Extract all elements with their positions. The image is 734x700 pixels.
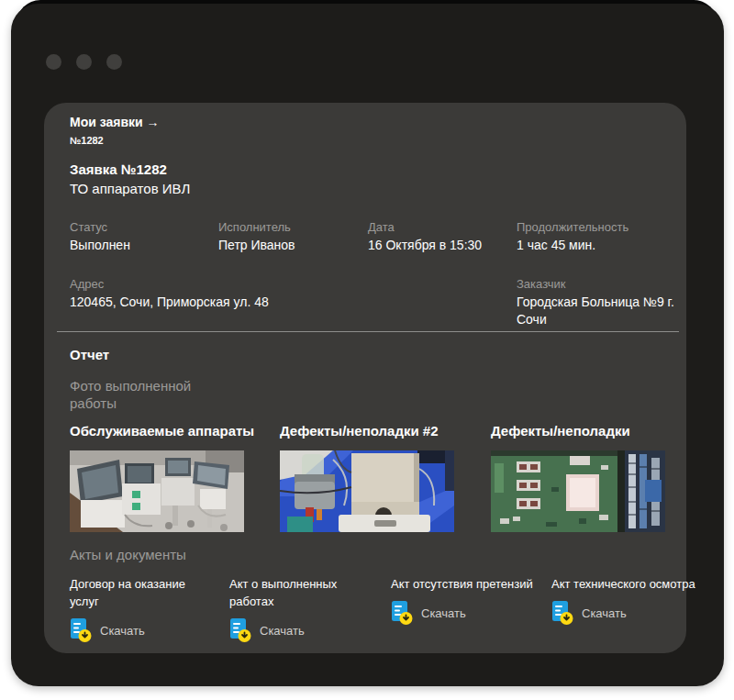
download-link[interactable]: Скачать xyxy=(229,617,374,643)
section-divider xyxy=(57,331,679,332)
photo-figure: Обслуживаемые аппараты xyxy=(70,422,244,532)
duration-value: 1 час 45 мин. xyxy=(517,237,628,254)
download-label: Скачать xyxy=(421,606,466,620)
page-subtitle: ТО аппаратов ИВЛ xyxy=(70,179,190,198)
field-address: Адрес 120465, Сочи, Приморская ул. 48 xyxy=(70,276,269,311)
window-dot-icon[interactable] xyxy=(46,54,61,70)
photo-figure: Дефекты/неполадки #2 xyxy=(280,422,454,532)
report-heading: Отчет xyxy=(70,346,109,364)
status-value: Выполнен xyxy=(70,237,130,254)
document-download-icon xyxy=(391,600,413,626)
executor-value: Петр Иванов xyxy=(218,237,295,254)
document-title: Акт технического осмотра xyxy=(551,575,696,593)
document-item: Акт отсутствия претензий Скачать xyxy=(391,575,536,626)
browser-window: Мои заявки → №1282 Заявка №1282 ТО аппар… xyxy=(11,4,724,686)
field-status: Статус Выполнен xyxy=(70,219,130,254)
field-label: Дата xyxy=(368,219,482,236)
field-duration: Продолжительность 1 час 45 мин. xyxy=(517,219,628,254)
window-dot-icon[interactable] xyxy=(76,54,92,70)
request-card: Мои заявки → №1282 Заявка №1282 ТО аппар… xyxy=(44,103,686,653)
date-value: 16 Октября в 15:30 xyxy=(368,237,482,254)
document-item: Договор на оказание услуг Скачать xyxy=(70,575,215,643)
photos-section-label: Фото выполненной работы xyxy=(70,377,221,412)
field-label: Заказчик xyxy=(517,276,684,293)
photo-caption: Обслуживаемые аппараты xyxy=(70,422,244,440)
download-link[interactable]: Скачать xyxy=(391,600,536,626)
download-link[interactable]: Скачать xyxy=(70,617,215,643)
ventilator-machines-photo[interactable] xyxy=(70,450,244,532)
field-customer: Заказчик Городская Больница №9 г. Сочи xyxy=(517,276,684,328)
window-controls xyxy=(46,54,122,70)
breadcrumb-request-number: №1282 xyxy=(70,134,160,147)
green-circuit-board-photo[interactable] xyxy=(491,450,665,532)
field-label: Адрес xyxy=(70,276,269,293)
document-title: Договор на оказание услуг xyxy=(70,575,215,610)
document-title: Акт о выполненных работах xyxy=(229,575,374,610)
photo-caption: Дефекты/неполадки xyxy=(491,422,665,440)
document-item: Акт о выполненных работах Скачать xyxy=(229,575,374,643)
address-value: 120465, Сочи, Приморская ул. 48 xyxy=(70,294,269,311)
customer-value: Городская Больница №9 г. Сочи xyxy=(517,294,684,328)
documents-section-label: Акты и документы xyxy=(70,546,186,564)
breadcrumb-my-requests-link[interactable]: Мои заявки → xyxy=(70,114,160,131)
field-executor: Исполнитель Петр Иванов xyxy=(218,219,295,254)
document-download-icon xyxy=(229,617,251,643)
field-label: Статус xyxy=(70,219,130,236)
field-label: Продолжительность xyxy=(517,219,628,236)
download-label: Скачать xyxy=(260,624,305,638)
breadcrumb: Мои заявки → №1282 xyxy=(70,114,160,147)
document-download-icon xyxy=(70,617,92,643)
field-date: Дата 16 Октября в 15:30 xyxy=(368,219,482,254)
window-dot-icon[interactable] xyxy=(106,54,122,70)
photo-figure: Дефекты/неполадки xyxy=(491,422,665,532)
document-item: Акт технического осмотра Скачать xyxy=(551,575,696,626)
download-link[interactable]: Скачать xyxy=(551,600,696,626)
photo-caption: Дефекты/неполадки #2 xyxy=(280,422,454,440)
field-label: Исполнитель xyxy=(218,219,295,236)
document-download-icon xyxy=(551,600,573,626)
download-label: Скачать xyxy=(582,606,627,620)
page: { "window": { "controls": ["window-dot-1… xyxy=(0,0,734,700)
page-title: Заявка №1282 xyxy=(70,160,190,179)
device-on-blue-table-photo[interactable] xyxy=(280,450,454,532)
download-label: Скачать xyxy=(100,624,145,638)
document-title: Акт отсутствия претензий xyxy=(391,575,536,593)
title-block: Заявка №1282 ТО аппаратов ИВЛ xyxy=(70,160,190,198)
